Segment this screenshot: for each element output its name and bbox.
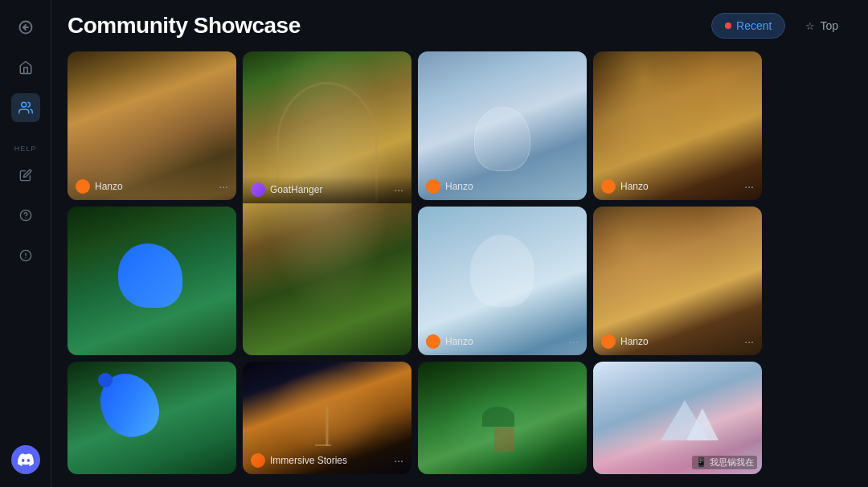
card-more-6[interactable]: ··· [569, 335, 579, 348]
page-header: Community Showcase Recent ☆ Top [68, 13, 852, 39]
filter-buttons: Recent ☆ Top [711, 13, 852, 39]
sidebar-item-community[interactable] [11, 93, 40, 122]
card-user-6: Hanzo [426, 334, 473, 349]
star-icon: ☆ [805, 20, 815, 32]
gallery-item-10[interactable] [418, 362, 587, 474]
card-footer-6: Hanzo ··· [418, 328, 587, 355]
filter-recent-button[interactable]: Recent [711, 13, 785, 39]
gallery-item-4[interactable]: Hanzo ··· [593, 51, 762, 200]
watermark-text: 我思锅我在 [710, 457, 754, 467]
avatar-4 [601, 179, 616, 194]
gallery-item-9[interactable]: Immersive Stories ··· [243, 362, 411, 474]
card-user-9: Immersive Stories [251, 453, 347, 468]
card-footer-9: Immersive Stories ··· [243, 447, 411, 474]
card-user-1: Hanzo [76, 179, 123, 194]
gallery-item-1[interactable]: Hanzo ··· [68, 51, 236, 200]
main-content: Community Showcase Recent ☆ Top Hanzo [51, 0, 868, 487]
card-user-2: GoatHanger [251, 182, 322, 197]
card-more-2[interactable]: ··· [394, 183, 403, 196]
card-more-7[interactable]: ··· [744, 335, 754, 348]
card-more-1[interactable]: ··· [219, 180, 228, 193]
gallery-item-2[interactable]: GoatHanger ··· [243, 51, 411, 355]
username-1: Hanzo [95, 181, 123, 192]
avatar-3 [426, 179, 440, 194]
filter-top-label: Top [820, 19, 838, 32]
filter-top-button[interactable]: ☆ Top [792, 13, 852, 39]
svg-point-2 [21, 102, 26, 107]
avatar-6 [426, 334, 440, 349]
card-user-4: Hanzo [601, 179, 649, 194]
card-user-3: Hanzo [426, 179, 473, 194]
sidebar-item-info[interactable] [11, 241, 40, 270]
recent-dot [725, 23, 731, 29]
card-user-7: Hanzo [601, 334, 649, 349]
sidebar-item-home[interactable] [11, 53, 40, 82]
username-3: Hanzo [445, 181, 473, 192]
filter-recent-label: Recent [736, 19, 772, 32]
card-footer-7: Hanzo ··· [593, 328, 762, 355]
username-7: Hanzo [620, 336, 649, 347]
page-title: Community Showcase [68, 13, 301, 39]
card-more-9[interactable]: ··· [394, 454, 403, 467]
avatar-2 [251, 182, 265, 197]
username-4: Hanzo [620, 181, 649, 192]
avatar-7 [601, 334, 616, 349]
discord-button[interactable] [11, 445, 40, 474]
gallery-item-3[interactable]: Hanzo ··· [418, 51, 587, 200]
card-footer-2-mid: GoatHanger ··· [243, 176, 411, 203]
sidebar: HELP [0, 0, 51, 487]
watermark: 📱 我思锅我在 [692, 456, 757, 469]
gallery-item-8[interactable] [68, 362, 236, 474]
card-footer-4: Hanzo ··· [593, 173, 762, 200]
gallery-item-5[interactable] [68, 207, 236, 355]
sidebar-item-help[interactable] [11, 201, 40, 230]
sidebar-item-edit[interactable] [11, 161, 40, 190]
card-more-3[interactable]: ··· [569, 180, 579, 193]
sidebar-item-back[interactable] [11, 13, 40, 42]
username-6: Hanzo [445, 336, 473, 347]
card-more-4[interactable]: ··· [744, 180, 754, 193]
avatar-1 [76, 179, 90, 194]
avatar-9 [251, 453, 265, 468]
gallery-item-6[interactable]: Hanzo ··· [418, 207, 587, 355]
username-9: Immersive Stories [270, 455, 347, 466]
card-footer-3: Hanzo ··· [418, 173, 587, 200]
gallery-grid: Hanzo ··· GoatHanger ··· [68, 51, 852, 474]
card-footer-1: Hanzo ··· [68, 173, 236, 200]
username-2: GoatHanger [270, 184, 322, 195]
gallery-item-7[interactable]: Hanzo ··· [593, 207, 762, 355]
gallery-item-11[interactable]: 📱 我思锅我在 [593, 362, 762, 474]
help-label: HELP [14, 145, 37, 153]
